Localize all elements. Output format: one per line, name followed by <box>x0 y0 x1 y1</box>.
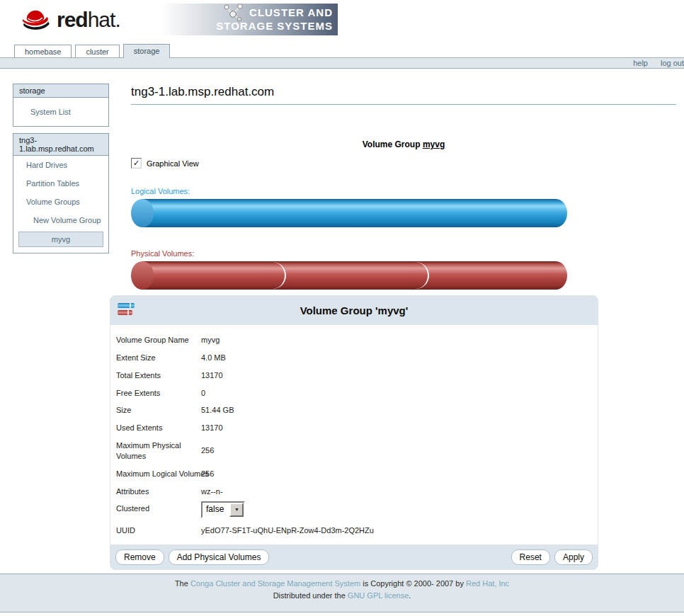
panel-header: Volume Group 'myvg' <box>110 295 598 325</box>
footer-line2: Distributed under the GNU GPL license. <box>0 591 684 600</box>
sidebar-storage-box: storage System List <box>13 84 109 127</box>
property-row: Extent Size4.0 MB <box>116 349 592 367</box>
tab-storage[interactable]: storage <box>123 44 171 58</box>
property-row: Maximum Logical Volumes256 <box>116 465 592 483</box>
panel-title: Volume Group 'myvg' <box>300 304 409 316</box>
sidebar-item-myvg[interactable]: myvg <box>18 232 103 247</box>
page: redhat. CLUSTER AND STORAGE SYS <box>0 0 684 616</box>
max-logical-volumes-value: 256 <box>201 469 214 479</box>
graphical-view-checkbox[interactable]: ✓ <box>131 158 142 169</box>
volume-group-name-link[interactable]: myvg <box>423 139 445 149</box>
redhat-fedora-icon <box>20 4 52 35</box>
clustered-select[interactable]: false ▼ <box>201 501 245 518</box>
banner-line1: CLUSTER AND <box>249 6 333 18</box>
sidebar-item-hard-drives[interactable]: Hard Drives <box>13 156 108 174</box>
sidebar-item-new-volume-group[interactable]: New Volume Group <box>13 211 108 229</box>
molecule-icon <box>222 2 244 27</box>
physical-volume-divider <box>402 262 429 289</box>
logical-volume-cylinder[interactable] <box>131 199 567 227</box>
header: redhat. CLUSTER AND STORAGE SYS <box>0 0 684 40</box>
property-row: Clustered false ▼ <box>116 500 592 521</box>
sidebar-storage-title: storage <box>13 84 108 98</box>
used-extents-value: 13170 <box>201 423 223 433</box>
reset-button[interactable]: Reset <box>511 549 550 565</box>
sidebar-system-box: tng3-1.lab.msp.redhat.com Hard Drives Pa… <box>13 133 109 253</box>
logical-volumes-label: Logical Volumes: <box>131 187 676 195</box>
extent-size-value: 4.0 MB <box>201 353 226 363</box>
max-physical-volumes-value: 256 <box>201 445 214 456</box>
physical-volumes-label: Physical Volumes: <box>131 249 676 258</box>
volume-group-name-value: myvg <box>201 335 220 346</box>
property-row: Size51.44 GB <box>116 401 592 419</box>
page-footer: The Conga Cluster and Storage Management… <box>0 574 684 612</box>
property-row: Used Extents13170 <box>116 419 592 437</box>
gpl-license-link[interactable]: GNU GPL license <box>348 591 409 600</box>
tab-cluster[interactable]: cluster <box>75 45 119 57</box>
sidebar-system-title: tng3-1.lab.msp.redhat.com <box>13 134 108 156</box>
property-row: Attributeswz--n- <box>116 483 592 501</box>
add-physical-volumes-button[interactable]: Add Physical Volumes <box>169 549 270 565</box>
utility-bar: help log out <box>0 57 684 69</box>
remove-button[interactable]: Remove <box>115 549 164 565</box>
free-extents-value: 0 <box>201 388 205 399</box>
property-row: UUIDyEdO77-SF1T-uQhU-ENpR-Zow4-Dd3m-2Q2H… <box>116 522 592 540</box>
attributes-value: wz--n- <box>201 486 223 497</box>
page-title: tng3-1.lab.msp.redhat.com <box>131 85 676 105</box>
total-extents-value: 13170 <box>201 370 223 381</box>
physical-volume-divider <box>259 262 286 289</box>
sidebar-item-volume-groups[interactable]: Volume Groups <box>13 193 108 211</box>
uuid-value: yEdO77-SF1T-uQhU-ENpR-Zow4-Dd3m-2Q2HZu <box>201 525 374 536</box>
property-row: Total Extents13170 <box>116 367 592 384</box>
size-value: 51.44 GB <box>201 405 234 416</box>
property-row: Maximum Physical Volumes256 <box>116 437 592 465</box>
panel-body: Volume Group Namemyvg Extent Size4.0 MB … <box>110 325 598 544</box>
tab-bar: homebase cluster storage <box>0 43 684 57</box>
product-banner: CLUSTER AND STORAGE SYSTEMS <box>163 4 338 35</box>
footer-line1: The Conga Cluster and Storage Management… <box>0 579 684 588</box>
apply-button[interactable]: Apply <box>554 549 593 565</box>
redhat-link[interactable]: Red Hat, Inc <box>466 579 509 588</box>
help-link[interactable]: help <box>633 59 648 67</box>
logout-link[interactable]: log out <box>661 59 684 67</box>
tab-homebase[interactable]: homebase <box>14 45 72 57</box>
property-row: Volume Group Namemyvg <box>116 331 592 349</box>
dropdown-arrow-icon[interactable]: ▼ <box>229 503 244 516</box>
property-row: Free Extents0 <box>116 384 592 402</box>
graphical-view-label: Graphical View <box>147 159 199 168</box>
redhat-wordmark: redhat. <box>57 8 120 32</box>
volume-group-icon <box>118 303 136 317</box>
physical-volume-cylinder[interactable] <box>131 261 567 290</box>
main-content: tng3-1.lab.msp.redhat.com Volume Group m… <box>131 85 676 307</box>
conga-link[interactable]: Conga Cluster and Storage Management Sys… <box>190 579 360 588</box>
sidebar-item-system-list[interactable]: System List <box>13 98 108 126</box>
volume-group-panel: Volume Group 'myvg' Volume Group Namemyv… <box>110 295 598 570</box>
sidebar-item-partition-tables[interactable]: Partition Tables <box>13 174 108 193</box>
redhat-logo: redhat. <box>20 4 120 35</box>
panel-footer: Remove Add Physical Volumes Reset Apply <box>110 544 598 570</box>
section-heading: Volume Group myvg <box>131 139 676 149</box>
